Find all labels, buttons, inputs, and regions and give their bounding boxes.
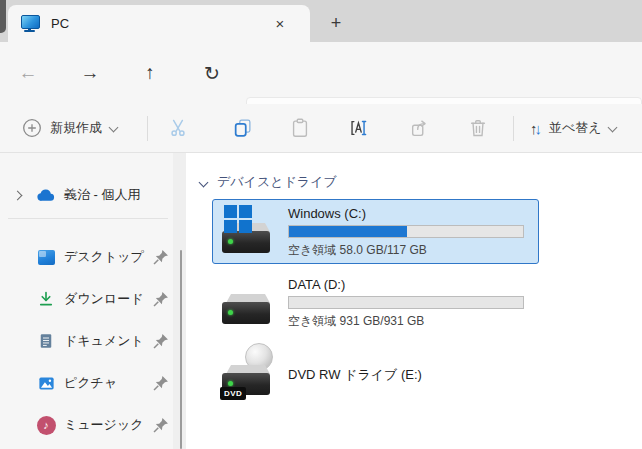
copy-icon [232, 117, 254, 139]
copy-button[interactable] [223, 111, 263, 145]
tab-title: PC [51, 16, 69, 31]
pin-icon [152, 332, 170, 350]
hdd-drive-icon [219, 275, 273, 331]
rename-icon [347, 117, 369, 139]
cut-button[interactable] [158, 111, 198, 145]
plus-circle-icon [22, 118, 42, 138]
share-icon [409, 117, 431, 139]
drive-tile-windows-c[interactable]: Windows (C:) 空き領域 58.0 GB/117 GB [212, 199, 539, 264]
dvd-drive-icon: DVD [219, 346, 273, 402]
desktop-icon [36, 247, 56, 267]
pictures-icon [36, 373, 56, 393]
trash-icon [467, 117, 489, 139]
chevron-right-icon[interactable] [14, 192, 21, 199]
chevron-down-icon [607, 122, 617, 132]
paste-icon [289, 117, 311, 139]
drive-tile-data-d[interactable]: DATA (D:) 空き領域 931 GB/931 GB [212, 270, 539, 335]
tab-strip: PC × + [0, 0, 642, 42]
sidebar-item-onedrive[interactable]: 義治 - 個人用 [0, 177, 176, 213]
navigation-pane: 義治 - 個人用 デスクトップ ダウンロード ドキュメント [0, 153, 186, 449]
dvd-badge: DVD [220, 387, 246, 400]
pc-monitor-icon [20, 15, 40, 32]
pin-icon [152, 416, 170, 434]
free-space-text: 空き領域 58.0 GB/117 GB [288, 242, 524, 259]
document-icon [36, 331, 56, 351]
pin-icon [152, 248, 170, 266]
new-item-button[interactable]: 新規作成 [14, 111, 125, 145]
background-window-edge [0, 0, 6, 33]
refresh-button[interactable]: ↻ [194, 55, 230, 91]
new-item-label: 新規作成 [50, 119, 102, 137]
sidebar-divider [8, 218, 168, 219]
pin-icon [152, 374, 170, 392]
chevron-down-icon [199, 177, 209, 187]
rename-button[interactable] [338, 111, 378, 145]
sidebar-item-label: 義治 - 個人用 [64, 186, 141, 204]
command-toolbar: 新規作成 ↑↓ 並べ替え [0, 104, 642, 153]
content-pane: デバイスとドライブ Windows (C:) 空き領域 58.0 GB/117 … [186, 153, 642, 449]
windows-logo-icon [224, 205, 252, 233]
window-body: 義治 - 個人用 デスクトップ ダウンロード ドキュメント [0, 153, 642, 449]
toolbar-divider [513, 116, 514, 141]
tab-close-icon[interactable]: × [268, 12, 292, 36]
sidebar-item-downloads[interactable]: ダウンロード [0, 281, 176, 317]
paste-button[interactable] [280, 111, 320, 145]
toolbar-divider [147, 116, 148, 141]
sidebar-item-pictures[interactable]: ピクチャ [0, 365, 176, 401]
up-button[interactable]: ↑ [132, 55, 168, 91]
section-header-devices-and-drives[interactable]: デバイスとドライブ [200, 171, 337, 193]
chevron-down-icon [109, 122, 119, 132]
sort-button[interactable]: ↑↓ 並べ替え [524, 111, 622, 145]
address-row: ← → ↑ ↻ PC [0, 42, 642, 104]
sidebar-scrollbar-thumb[interactable] [180, 250, 182, 449]
free-space-text: 空き領域 931 GB/931 GB [288, 313, 524, 330]
music-icon: ♪ [36, 415, 56, 435]
share-button[interactable] [400, 111, 440, 145]
sidebar-item-music[interactable]: ♪ ミュージック [0, 407, 176, 443]
pin-icon [152, 290, 170, 308]
sidebar-item-documents[interactable]: ドキュメント [0, 323, 176, 359]
section-header-label: デバイスとドライブ [217, 173, 337, 191]
sidebar-item-label: ピクチャ [64, 374, 117, 392]
scissors-icon [167, 117, 189, 139]
delete-button[interactable] [458, 111, 498, 145]
back-button[interactable]: ← [10, 55, 46, 91]
drive-tile-dvd-e[interactable]: DVD DVD RW ドライブ (E:) [212, 341, 539, 406]
drive-name: Windows (C:) [288, 205, 524, 222]
drive-name: DVD RW ドライブ (E:) [288, 366, 422, 383]
tab-pc[interactable]: PC × [8, 5, 310, 42]
capacity-bar [288, 296, 524, 309]
sidebar-item-label: ドキュメント [64, 332, 144, 350]
new-tab-button[interactable]: + [320, 9, 352, 38]
sidebar-item-label: ミュージック [64, 416, 144, 434]
sidebar-item-desktop[interactable]: デスクトップ [0, 239, 176, 275]
onedrive-cloud-icon [36, 185, 56, 205]
download-icon [36, 289, 56, 309]
capacity-bar [288, 225, 524, 238]
capacity-bar-fill [289, 226, 407, 237]
file-explorer-window: PC × + ← → ↑ ↻ PC 新規作成 [0, 0, 642, 449]
forward-button[interactable]: → [72, 55, 108, 91]
sidebar-item-label: ダウンロード [64, 290, 144, 308]
sidebar-item-label: デスクトップ [64, 248, 144, 266]
drive-name: DATA (D:) [288, 276, 524, 293]
sort-label: 並べ替え [549, 119, 602, 137]
windows-drive-icon [219, 204, 273, 260]
sort-arrows-icon: ↑↓ [530, 120, 539, 137]
